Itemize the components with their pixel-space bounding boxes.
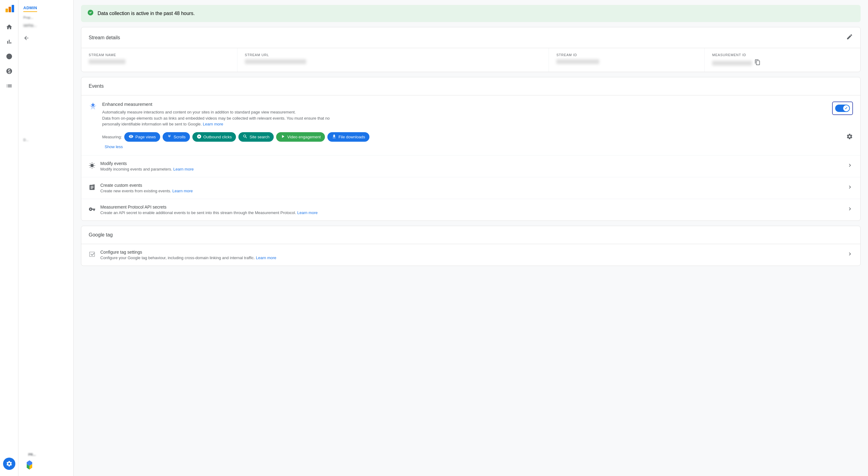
- app-logo: [4, 4, 14, 15]
- video-engagement-icon: [280, 134, 285, 140]
- configure-tag-learn-more[interactable]: Learn more: [256, 255, 276, 260]
- measurement-protocol-desc: Create an API secret to enable additiona…: [100, 211, 842, 215]
- property-item[interactable]: serha...: [19, 21, 73, 30]
- outbound-clicks-chip[interactable]: Outbound clicks: [192, 132, 236, 142]
- menu-item-4[interactable]: [19, 77, 73, 88]
- measurement-id-label: MEASUREMENT ID: [712, 53, 853, 57]
- create-custom-events-desc: Create new events from existing events. …: [100, 189, 842, 193]
- menu-item-1[interactable]: [19, 43, 73, 55]
- explore-icon-btn[interactable]: [3, 50, 16, 63]
- configure-tag-item[interactable]: Configure tag settings Configure your Go…: [81, 244, 860, 265]
- admin-sidebar: ADMIN Prop... serha... D... PR...: [19, 0, 74, 476]
- stream-id-col: STREAM ID xxxxxxxxxxxxxxxxx: [549, 48, 705, 72]
- menu-item-6[interactable]: [19, 99, 73, 110]
- back-button[interactable]: [19, 33, 73, 43]
- stream-id-label: STREAM ID: [556, 53, 697, 57]
- video-engagement-chip[interactable]: Video engagement: [276, 132, 325, 142]
- create-custom-events-content: Create custom events Create new events f…: [100, 183, 842, 193]
- measurement-protocol-title: Measurement Protocol API secrets: [100, 204, 842, 210]
- menu-item-8[interactable]: [19, 121, 73, 132]
- page-views-chip[interactable]: Page views: [124, 132, 160, 142]
- notification-banner: Data collection is active in the past 48…: [81, 5, 861, 22]
- configure-tag-content: Configure tag settings Configure your Go…: [100, 250, 842, 260]
- admin-header: ADMIN: [19, 0, 73, 12]
- configure-tag-title: Configure tag settings: [100, 250, 842, 255]
- measuring-label: Measuring:: [89, 132, 122, 142]
- toggle-check-icon: ✓: [845, 106, 848, 110]
- create-custom-events-learn-more[interactable]: Learn more: [173, 189, 193, 193]
- stream-details-header: Stream details: [81, 27, 860, 48]
- configure-tag-desc: Configure your Google tag behaviour, inc…: [100, 255, 842, 260]
- advertising-icon-btn[interactable]: [3, 65, 16, 77]
- file-downloads-icon: [332, 134, 337, 140]
- svg-rect-2: [12, 5, 14, 12]
- measurement-id-col: MEASUREMENT ID X-XXXXXXXXXX: [705, 48, 860, 72]
- svg-rect-0: [5, 8, 8, 12]
- stream-name-col: STREAM NAME xxxxxxxxxxxxxxx: [81, 48, 237, 72]
- property-label: Prop...: [19, 14, 73, 21]
- stream-name-value: xxxxxxxxxxxxxxx: [89, 59, 125, 64]
- events-title: Events: [89, 84, 104, 89]
- copy-icon[interactable]: [754, 59, 761, 67]
- modify-events-icon: [89, 162, 95, 170]
- modify-events-desc: Modify incoming events and parameters. L…: [100, 167, 842, 171]
- stream-details-title: Stream details: [89, 35, 120, 40]
- modify-events-learn-more[interactable]: Learn more: [173, 167, 194, 171]
- outbound-clicks-icon: [197, 134, 202, 140]
- sparkle-icon: [89, 102, 97, 113]
- admin-property-section: Prop... serha...: [19, 12, 73, 33]
- stream-url-value: https://www.xxxxxxxxx.xxx: [245, 59, 306, 64]
- site-search-icon: [243, 134, 248, 140]
- bottom-settings-button[interactable]: [3, 457, 16, 470]
- edit-button[interactable]: [846, 33, 853, 42]
- show-less-link[interactable]: Show less: [105, 145, 853, 149]
- home-icon-btn[interactable]: [3, 21, 16, 33]
- enhanced-measurement-section: Enhanced measurement Automatically measu…: [81, 95, 860, 156]
- stream-url-col: STREAM URL https://www.xxxxxxxxx.xxx: [237, 48, 549, 72]
- menu-item-5[interactable]: [19, 88, 73, 99]
- enhanced-learn-more-link[interactable]: Learn more: [203, 122, 223, 126]
- notification-text: Data collection is active in the past 48…: [98, 11, 195, 16]
- create-custom-events-icon: [89, 184, 95, 192]
- svg-rect-1: [8, 7, 11, 12]
- enhanced-measurement-header: Enhanced measurement Automatically measu…: [89, 101, 853, 127]
- stream-table: STREAM NAME xxxxxxxxxxxxxxx STREAM URL h…: [81, 48, 860, 72]
- google-tag-card: Google tag Configure tag settings Config…: [81, 226, 861, 266]
- page-views-icon: [129, 134, 133, 140]
- create-custom-events-chevron: [847, 184, 853, 192]
- enhanced-measurement-left: Enhanced measurement Automatically measu…: [89, 101, 832, 127]
- admin-title: ADMIN: [23, 5, 37, 12]
- reports-icon-btn[interactable]: [3, 36, 16, 48]
- page-views-label: Page views: [135, 135, 156, 139]
- enhanced-measurement-desc: Automatically measure interactions and c…: [102, 109, 335, 127]
- scrolls-chip[interactable]: Scrolls: [163, 132, 190, 142]
- create-custom-events-item[interactable]: Create custom events Create new events f…: [81, 177, 860, 199]
- menu-item-3[interactable]: [19, 66, 73, 77]
- enhanced-measurement-toggle-container: ✓: [832, 101, 853, 115]
- main-content: Data collection is active in the past 48…: [74, 0, 868, 476]
- measurement-protocol-item[interactable]: Measurement Protocol API secrets Create …: [81, 199, 860, 221]
- modify-events-item[interactable]: Modify events Modify incoming events and…: [81, 156, 860, 177]
- pro-label: PR...: [23, 451, 68, 457]
- events-header: Events: [81, 77, 860, 95]
- measuring-settings-icon[interactable]: [846, 133, 853, 141]
- file-downloads-chip[interactable]: File downloads: [328, 132, 369, 142]
- lists-icon-btn[interactable]: [3, 80, 16, 92]
- measurement-protocol-learn-more[interactable]: Learn more: [297, 211, 317, 215]
- google-tag-header: Google tag: [81, 226, 860, 244]
- toggle-knob: ✓: [843, 105, 849, 111]
- measurement-protocol-chevron: [847, 206, 853, 214]
- site-search-chip[interactable]: Site search: [239, 132, 274, 142]
- modify-events-content: Modify events Modify incoming events and…: [100, 161, 842, 171]
- measurement-protocol-content: Measurement Protocol API secrets Create …: [100, 204, 842, 215]
- modify-events-chevron: [847, 162, 853, 170]
- configure-tag-chevron: [847, 251, 853, 258]
- site-search-label: Site search: [249, 135, 269, 139]
- measurement-protocol-icon: [89, 206, 95, 214]
- enhanced-measurement-content: Enhanced measurement Automatically measu…: [102, 101, 832, 127]
- menu-item-7[interactable]: [19, 110, 73, 121]
- enhanced-measurement-toggle[interactable]: ✓: [835, 104, 850, 112]
- menu-item-2[interactable]: [19, 55, 73, 66]
- google-tag-title: Google tag: [89, 232, 113, 237]
- check-icon: [87, 9, 94, 18]
